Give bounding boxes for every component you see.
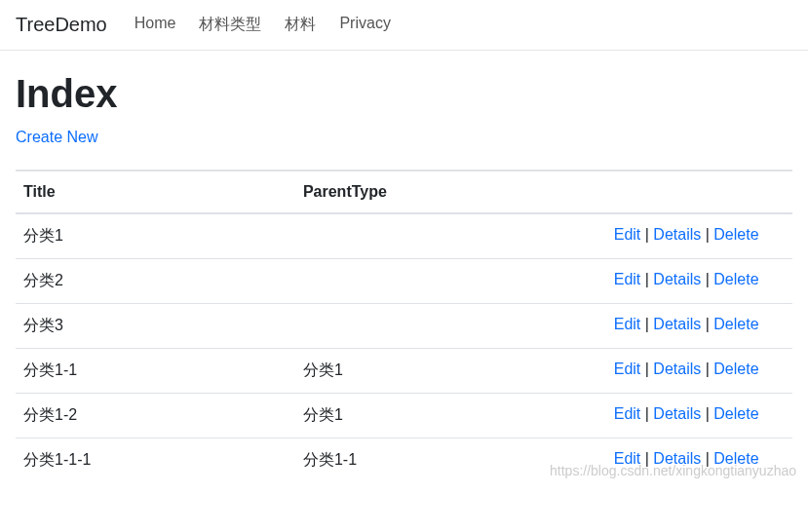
cell-actions: Edit | Details | Delete xyxy=(606,438,792,483)
cell-actions: Edit | Details | Delete xyxy=(606,259,792,304)
table-header-row: Title ParentType xyxy=(16,171,792,213)
details-link[interactable]: Details xyxy=(653,316,701,332)
separator: | xyxy=(701,450,713,467)
separator: | xyxy=(640,361,653,377)
nav-link-home[interactable]: Home xyxy=(123,7,188,39)
cell-parent xyxy=(295,213,606,259)
table-row: 分类1-1-1分类1-1Edit | Details | Delete xyxy=(16,438,792,483)
edit-link[interactable]: Edit xyxy=(614,271,641,287)
table-row: 分类1-2分类1Edit | Details | Delete xyxy=(16,394,792,438)
cell-title: 分类2 xyxy=(16,259,295,304)
separator: | xyxy=(640,316,653,332)
delete-link[interactable]: Delete xyxy=(713,226,758,243)
edit-link[interactable]: Edit xyxy=(614,226,641,243)
edit-link[interactable]: Edit xyxy=(614,361,641,377)
separator: | xyxy=(640,450,653,467)
separator: | xyxy=(701,226,713,243)
nav-link-material-type[interactable]: 材料类型 xyxy=(187,8,273,40)
table-row: 分类1Edit | Details | Delete xyxy=(16,213,792,259)
navbar: TreeDemo Home 材料类型 材料 Privacy xyxy=(0,0,808,51)
cell-title: 分类1 xyxy=(16,213,295,259)
header-actions xyxy=(606,171,792,213)
cell-actions: Edit | Details | Delete xyxy=(606,213,792,259)
cell-actions: Edit | Details | Delete xyxy=(606,349,792,394)
details-link[interactable]: Details xyxy=(653,271,701,287)
nav-link-material[interactable]: 材料 xyxy=(273,8,327,40)
delete-link[interactable]: Delete xyxy=(713,271,758,287)
separator: | xyxy=(701,316,713,332)
navbar-nav: Home 材料类型 材料 Privacy xyxy=(123,15,403,35)
details-link[interactable]: Details xyxy=(653,405,701,422)
cell-parent: 分类1 xyxy=(295,394,606,438)
cell-actions: Edit | Details | Delete xyxy=(606,394,792,438)
header-title: Title xyxy=(16,171,295,213)
separator: | xyxy=(701,271,713,287)
nav-link-privacy[interactable]: Privacy xyxy=(327,7,402,39)
table-row: 分类3Edit | Details | Delete xyxy=(16,304,792,349)
delete-link[interactable]: Delete xyxy=(713,361,758,377)
separator: | xyxy=(701,361,713,377)
header-parent: ParentType xyxy=(295,171,606,213)
edit-link[interactable]: Edit xyxy=(614,405,641,422)
edit-link[interactable]: Edit xyxy=(614,316,641,332)
cell-parent: 分类1-1 xyxy=(295,438,606,483)
table-body: 分类1Edit | Details | Delete分类2Edit | Deta… xyxy=(16,213,792,482)
delete-link[interactable]: Delete xyxy=(713,450,758,467)
main-container: Index Create New Title ParentType 分类1Edi… xyxy=(0,51,808,482)
cell-title: 分类1-1-1 xyxy=(16,438,295,483)
cell-title: 分类1-2 xyxy=(16,394,295,438)
create-new-link[interactable]: Create New xyxy=(16,129,97,146)
data-table: Title ParentType 分类1Edit | Details | Del… xyxy=(16,170,792,482)
details-link[interactable]: Details xyxy=(653,226,701,243)
delete-link[interactable]: Delete xyxy=(713,316,758,332)
navbar-brand[interactable]: TreeDemo xyxy=(16,8,107,42)
separator: | xyxy=(701,405,713,422)
table-row: 分类1-1分类1Edit | Details | Delete xyxy=(16,349,792,394)
separator: | xyxy=(640,271,653,287)
table-row: 分类2Edit | Details | Delete xyxy=(16,259,792,304)
cell-actions: Edit | Details | Delete xyxy=(606,304,792,349)
cell-parent: 分类1 xyxy=(295,349,606,394)
separator: | xyxy=(640,226,653,243)
cell-title: 分类3 xyxy=(16,304,295,349)
details-link[interactable]: Details xyxy=(653,450,701,467)
edit-link[interactable]: Edit xyxy=(614,450,641,467)
separator: | xyxy=(640,405,653,422)
delete-link[interactable]: Delete xyxy=(713,405,758,422)
page-title: Index xyxy=(16,70,792,117)
cell-parent xyxy=(295,259,606,304)
cell-parent xyxy=(295,304,606,349)
cell-title: 分类1-1 xyxy=(16,349,295,394)
details-link[interactable]: Details xyxy=(653,361,701,377)
